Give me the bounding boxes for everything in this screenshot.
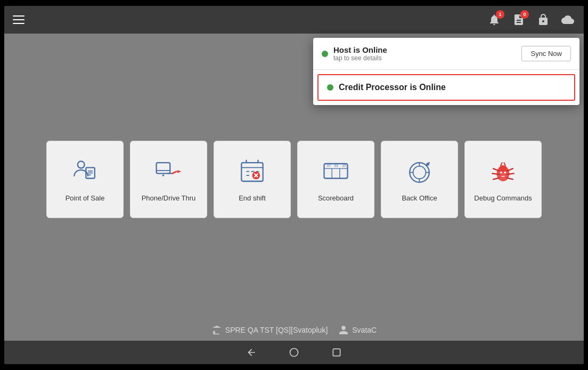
document-badge: 0 <box>520 10 529 19</box>
end-shift-icon <box>236 157 268 189</box>
tile-point-of-sale[interactable]: Point of Sale <box>46 141 124 218</box>
svg-text:03: 03 <box>334 164 339 167</box>
store-info: SPRE QA TST [QS][Svatopluk] <box>211 325 328 335</box>
host-status-dot <box>322 51 328 57</box>
topbar: 1 0 <box>4 6 584 34</box>
tile-debug-commands-label: Debug Commands <box>474 194 532 202</box>
topbar-left <box>13 15 24 24</box>
bottom-navbar <box>4 341 584 364</box>
tile-scoreboard-label: Scoreboard <box>318 194 354 202</box>
store-icon <box>211 325 222 335</box>
sync-now-button[interactable]: Sync Now <box>521 46 571 61</box>
credit-status-dot <box>327 84 333 91</box>
svg-text:15: 15 <box>342 164 346 167</box>
debug-icon <box>487 157 519 189</box>
svg-point-34 <box>426 163 429 166</box>
tile-debug-commands[interactable]: Debug Commands <box>464 141 542 218</box>
cloud-icon <box>560 12 575 27</box>
user-info: SvataC <box>338 325 377 335</box>
svg-point-28 <box>413 166 426 179</box>
footer-info: SPRE QA TST [QS][Svatopluk] SvataC <box>4 325 584 335</box>
phone-drive-thru-icon <box>153 157 185 189</box>
svg-rect-5 <box>157 163 170 173</box>
host-status-title: Host is Online <box>333 45 387 54</box>
tile-back-office[interactable]: Back Office <box>381 141 458 218</box>
lock-button[interactable] <box>536 12 551 27</box>
tile-phone-drive-thru-label: Phone/Drive Thru <box>142 194 196 202</box>
tile-scoreboard[interactable]: 07 03 15 Scoreboard <box>297 141 374 218</box>
cloud-button[interactable] <box>560 12 575 27</box>
square-nav-button[interactable] <box>331 347 342 358</box>
tile-grid: Point of Sale Phone/Drive Thru <box>46 141 542 218</box>
store-label: SPRE QA TST [QS][Svatopluk] <box>225 326 328 334</box>
home-nav-button[interactable] <box>289 347 299 358</box>
svg-point-36 <box>499 165 507 172</box>
status-popup: Host is Online tap to see details Sync N… <box>313 38 579 105</box>
tile-end-shift-label: End shift <box>239 194 266 202</box>
tile-back-office-label: Back Office <box>402 194 437 202</box>
notification-badge: 1 <box>496 10 504 19</box>
svg-point-0 <box>78 161 85 168</box>
svg-rect-49 <box>333 349 340 356</box>
tile-point-of-sale-label: Point of Sale <box>66 194 105 202</box>
host-text: Host is Online tap to see details <box>333 45 387 62</box>
host-status-left: Host is Online tap to see details <box>322 45 387 62</box>
svg-text:07: 07 <box>327 164 331 167</box>
svg-point-45 <box>500 172 502 174</box>
scoreboard-icon: 07 03 15 <box>320 157 352 189</box>
back-nav-button[interactable] <box>246 347 257 358</box>
notification-button[interactable]: 1 <box>487 12 502 27</box>
host-status-row[interactable]: Host is Online tap to see details Sync N… <box>313 38 579 70</box>
svg-point-46 <box>504 172 506 174</box>
tile-phone-drive-thru[interactable]: Phone/Drive Thru <box>130 141 207 218</box>
user-label: SvataC <box>352 326 377 334</box>
svg-line-44 <box>504 163 505 166</box>
document-button[interactable]: 0 <box>511 12 526 27</box>
tile-end-shift[interactable]: End shift <box>214 141 291 218</box>
credit-status-title: Credit Processor is Online <box>339 83 446 92</box>
host-status-subtitle: tap to see details <box>333 54 387 62</box>
pos-icon <box>69 157 101 189</box>
credit-status-row[interactable]: Credit Processor is Online <box>317 74 575 101</box>
svg-line-39 <box>493 178 499 180</box>
svg-line-42 <box>507 178 513 180</box>
svg-line-43 <box>501 163 502 166</box>
hamburger-menu-button[interactable] <box>13 15 24 24</box>
svg-point-7 <box>162 174 165 176</box>
user-icon <box>338 325 349 335</box>
topbar-right: 1 0 <box>487 12 575 27</box>
lock-icon <box>536 12 551 27</box>
back-office-icon <box>404 157 436 189</box>
svg-marker-8 <box>177 170 181 173</box>
svg-point-48 <box>290 349 298 357</box>
